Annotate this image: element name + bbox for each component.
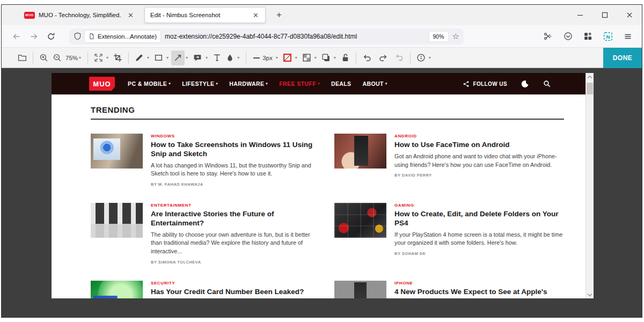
back-button[interactable] [8,28,25,45]
article-thumbnail[interactable] [91,203,143,238]
article-title[interactable]: Are Interactive Stories the Future of En… [151,210,323,228]
close-button[interactable] [617,5,642,25]
dark-mode-moon-icon[interactable] [521,80,529,88]
article-facetime-android[interactable]: ANDROID How to Use FaceTime on Android G… [334,134,566,187]
article-credit-card-leak[interactable]: SECURITY Has Your Credit Card Number Bee… [91,281,323,298]
chevron-down-icon[interactable]: ▾ [186,55,188,60]
search-icon[interactable] [543,80,551,87]
extension-permission-chip[interactable]: Extension...Annotate) [85,31,160,42]
redo-button[interactable] [376,50,390,65]
pocket-icon[interactable] [564,32,573,41]
chevron-down-icon[interactable]: ▾ [237,55,239,60]
chevron-down-icon[interactable]: ▾ [206,55,208,60]
article-thumbnail[interactable] [91,134,143,169]
follow-us-link[interactable]: FOLLOW US [463,80,507,87]
article-byline[interactable]: BY SIMONA TOLCHEVA [151,260,323,265]
crop-tool[interactable] [111,50,125,65]
article-interactive-stories[interactable]: ENTERTAINMENT Are Interactive Stories th… [91,203,323,265]
chevron-down-icon[interactable]: ▾ [334,55,336,60]
nav-hardware[interactable]: HARDWARE▾ [229,80,268,87]
article-byline[interactable]: BY M. FAHAD KHAWAJA [151,182,323,187]
callout-tool[interactable] [191,50,204,65]
text-tool[interactable] [210,50,224,65]
tab-close-icon[interactable]: ✕ [252,11,260,19]
chevron-down-icon[interactable]: ▾ [106,55,108,60]
chevron-down-icon[interactable]: ▾ [147,55,149,60]
nimbus-extension-icon[interactable]: N [603,32,613,41]
canvas-zoom-value[interactable]: 75% [65,55,78,61]
tab-close-icon[interactable]: ✕ [127,11,135,19]
shadow-tool[interactable] [319,50,333,65]
chevron-down-icon[interactable]: ▾ [79,55,81,60]
line-width-tool[interactable]: 3px [250,50,275,65]
blur-tool[interactable] [224,50,236,65]
nav-about[interactable]: ABOUT▾ [363,80,387,87]
bookmark-star-icon[interactable]: ☆ [452,32,459,41]
article-thumbnail[interactable] [334,134,386,169]
article-title[interactable]: 4 New Products We Expect to See at Apple… [394,288,566,298]
chevron-down-icon[interactable]: ▾ [276,55,278,60]
chevron-down-icon[interactable]: ▾ [314,55,317,60]
number-badge-tool[interactable]: 1 [414,50,428,65]
zoom-out-tool[interactable] [50,50,64,65]
tab-muo[interactable]: MUO MUO - Technology, Simplified. ✕ [19,7,140,23]
article-windows-snip[interactable]: WINDOWS How to Take Screenshots in Windo… [91,134,323,187]
hamburger-menu-icon[interactable] [624,32,632,41]
article-thumbnail[interactable] [91,281,143,298]
arrow-tool[interactable] [171,50,185,65]
navigation-toolbar: Extension...Annotate) moz-extension://ce… [2,25,642,48]
article-category[interactable]: IPHONE [394,281,566,286]
tracking-shield-icon[interactable] [74,32,82,40]
article-byline[interactable]: BY SOHAM DE [394,251,566,256]
lock-tool[interactable] [339,50,352,65]
extensions-icon[interactable] [583,32,592,41]
nav-pc-mobile[interactable]: PC & MOBILE▾ [128,80,171,87]
article-category[interactable]: ANDROID [394,134,566,138]
url-bar[interactable]: Extension...Annotate) moz-extension://ce… [69,28,464,45]
article-category[interactable]: WINDOWS [151,134,323,138]
maximize-button[interactable] [592,5,617,25]
pencil-tool[interactable] [133,50,146,65]
open-file-tool[interactable] [16,50,29,65]
article-ps4-folders[interactable]: GAMING How to Create, Edit, and Delete F… [334,203,566,265]
article-byline[interactable]: BY DAVID PERRY [394,173,566,178]
undo-button[interactable] [360,50,374,65]
fill-pattern-tool[interactable] [300,50,313,65]
article-title[interactable]: How to Take Screenshots in Windows 11 Us… [151,141,323,159]
zoom-in-tool[interactable] [37,50,50,65]
done-button[interactable]: DONE [603,48,642,68]
article-title[interactable]: How to Create, Edit, and Delete Folders … [394,210,566,228]
muo-logo[interactable]: MUO [89,77,115,91]
article-thumbnail[interactable] [334,281,386,298]
article-category[interactable]: GAMING [394,203,566,208]
new-tab-button[interactable]: + [273,10,285,20]
nav-deals[interactable]: DEALS [331,80,352,87]
page-zoom-badge[interactable]: 90% [429,32,448,41]
article-category[interactable]: ENTERTAINMENT [151,203,323,208]
undo-all-button[interactable]: all [392,50,406,65]
article-title[interactable]: How to Use FaceTime on Android [394,141,566,150]
rectangle-tool[interactable] [152,50,165,65]
canvas-scrollbar[interactable] [586,73,594,298]
resize-tool[interactable] [92,50,105,65]
chevron-down-icon[interactable]: ▾ [429,55,431,60]
article-thumbnail[interactable] [334,203,386,238]
color-swatch-tool[interactable] [281,50,294,65]
scrollbar-thumb[interactable] [587,83,593,94]
chevron-down-icon[interactable]: ▾ [295,55,297,60]
article-title[interactable]: Has Your Credit Card Number Been Leaked? [151,288,323,297]
minimize-button[interactable] [568,5,592,25]
scroll-up-icon[interactable] [586,73,594,82]
scroll-down-icon[interactable] [586,290,594,298]
url-text[interactable]: moz-extension://ce25929e-4abf-4044-8c77-… [165,33,429,40]
tab-nimbus-edit[interactable]: Edit - Nimbus Screenshot ✕ [144,7,266,23]
nav-lifestyle[interactable]: LIFESTYLE▾ [182,80,218,87]
reload-button[interactable] [42,28,60,45]
scrollbar-track[interactable] [586,82,594,290]
chevron-down-icon[interactable]: ▾ [166,55,169,60]
article-apple-september[interactable]: IPHONE 4 New Products We Expect to See a… [334,281,566,298]
article-category[interactable]: SECURITY [151,281,323,286]
forward-button[interactable] [25,28,42,45]
screenshot-scissors-icon[interactable] [544,32,553,41]
nav-free-stuff[interactable]: FREE STUFF▾ [279,80,320,87]
